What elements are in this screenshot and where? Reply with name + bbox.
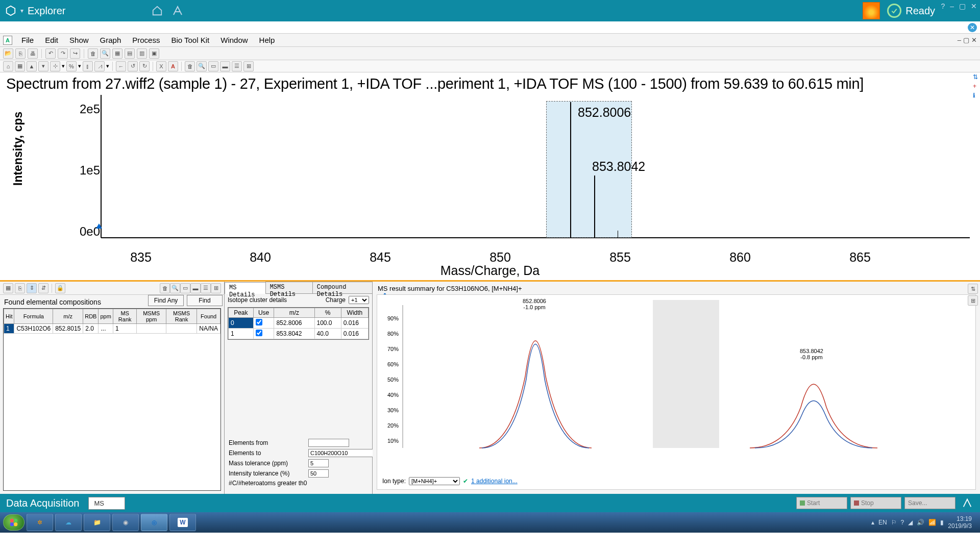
- window1-icon[interactable]: ▭: [208, 61, 218, 71]
- menu-show[interactable]: Show: [64, 35, 94, 45]
- collapse-icon[interactable]: ⇵: [38, 283, 48, 293]
- forward-icon[interactable]: ↪: [70, 48, 80, 59]
- status-thumbnail-icon[interactable]: [863, 2, 880, 19]
- taskbar-clock[interactable]: 13:19 2019/9/3: [948, 515, 972, 530]
- trash-icon[interactable]: 🗑: [185, 61, 195, 71]
- close-pane-icon[interactable]: ✕: [971, 36, 977, 44]
- tray-vol-icon[interactable]: 🔊: [917, 519, 924, 526]
- table-row[interactable]: 0 852.8006 100.0 0.016: [229, 318, 369, 329]
- tray-lang-icon[interactable]: EN: [878, 519, 887, 526]
- col-msrank[interactable]: MS Rank: [113, 309, 137, 324]
- col-hit[interactable]: Hit: [4, 309, 14, 324]
- win-d-icon[interactable]: ⊞: [211, 283, 221, 293]
- start-button-icon[interactable]: [3, 514, 24, 531]
- lock-icon[interactable]: 🔒: [55, 283, 65, 293]
- col-found[interactable]: Found: [197, 309, 220, 324]
- tray-bat-icon[interactable]: ▮: [940, 519, 944, 526]
- formula-icon[interactable]: A: [168, 61, 178, 71]
- taskbar-item[interactable]: 📁: [84, 514, 110, 531]
- expand-icon[interactable]: ⇕: [27, 283, 37, 293]
- peaks-icon[interactable]: ⩘: [94, 61, 105, 71]
- layout3-icon[interactable]: ▥: [137, 48, 147, 59]
- tab-msms-details[interactable]: MSMS Details: [265, 282, 313, 293]
- plus-icon[interactable]: +: [973, 83, 978, 90]
- table-row[interactable]: 1 C53H102O6 852.8015 2.0 ... 1 NA/NA: [4, 324, 220, 334]
- sciex-logo-icon[interactable]: [170, 4, 185, 18]
- menu-edit[interactable]: Edit: [40, 35, 63, 45]
- tray-net-icon[interactable]: ◢: [908, 519, 913, 526]
- col-msmsrank[interactable]: MSMS Rank: [166, 309, 197, 324]
- isotope-table[interactable]: Peak Use m/z % Width 0 852.8006 100.0 0.…: [228, 307, 369, 340]
- back-nav-icon[interactable]: ←: [116, 61, 126, 71]
- taskbar-item[interactable]: ☁: [55, 514, 82, 531]
- find-any-button[interactable]: Find Any: [148, 295, 184, 306]
- percent-icon[interactable]: %: [66, 61, 77, 71]
- menu-graph[interactable]: Graph: [95, 35, 127, 45]
- copy2-icon[interactable]: ⎘: [15, 283, 25, 293]
- taskbar-item[interactable]: ◉: [112, 514, 139, 531]
- minimize-pane-icon[interactable]: –: [958, 36, 961, 44]
- tab-compound-details[interactable]: Compound Details: [312, 282, 373, 293]
- start-button[interactable]: Start: [796, 497, 847, 509]
- menu-file[interactable]: File: [16, 35, 39, 45]
- mass-tol-input[interactable]: [308, 459, 329, 467]
- info-icon[interactable]: ℹ: [973, 92, 978, 99]
- restore-pane-icon[interactable]: ▢: [963, 36, 969, 44]
- minimize-icon[interactable]: –: [950, 2, 954, 10]
- delete-icon[interactable]: 🗑: [88, 48, 98, 59]
- menu-process[interactable]: Process: [127, 35, 165, 45]
- charge-select[interactable]: +1: [349, 296, 369, 304]
- table-row[interactable]: 1 853.8042 40.0 0.016: [229, 329, 369, 339]
- win-a-icon[interactable]: ▭: [180, 283, 190, 293]
- peak-up-icon[interactable]: ▲: [27, 61, 37, 71]
- col-ppm[interactable]: ppm: [99, 309, 113, 324]
- threshold-icon[interactable]: ⊹: [50, 61, 60, 71]
- zoom2-icon[interactable]: 🔍: [170, 283, 180, 293]
- search-icon[interactable]: 🔍: [197, 61, 207, 71]
- int-tol-input[interactable]: [308, 469, 329, 478]
- xic-icon[interactable]: X: [156, 61, 166, 71]
- win-b-icon[interactable]: ▬: [190, 283, 201, 293]
- elements-from-input[interactable]: [308, 439, 349, 447]
- window2-icon[interactable]: ▬: [220, 61, 230, 71]
- spectrum-plot[interactable]: Intensity, cps Mass/Charge, Da 2e5 1e5 0…: [5, 94, 975, 279]
- help-icon[interactable]: ?: [941, 2, 945, 10]
- link2-icon[interactable]: ⇅: [968, 284, 978, 294]
- col-formula[interactable]: Formula: [14, 309, 53, 324]
- taskbar-item[interactable]: ✲: [27, 514, 53, 531]
- elements-to-input[interactable]: [308, 449, 375, 457]
- grid-icon[interactable]: ▦: [3, 283, 13, 293]
- close-document-icon[interactable]: ✕: [968, 23, 977, 32]
- use-checkbox[interactable]: [256, 319, 262, 325]
- layout4-icon[interactable]: ▣: [149, 48, 159, 59]
- menu-window[interactable]: Window: [215, 35, 253, 45]
- expand2-icon[interactable]: ⊞: [968, 295, 978, 306]
- fwd2-nav-icon[interactable]: ↻: [139, 61, 150, 71]
- link-pane-icon[interactable]: ⇅: [973, 73, 978, 81]
- layout1-icon[interactable]: ▦: [112, 48, 122, 59]
- col-mz[interactable]: m/z: [53, 309, 83, 324]
- col-msmsppm[interactable]: MSMS ppm: [137, 309, 166, 324]
- marker-triangle-icon[interactable]: [96, 223, 102, 229]
- col-rdb[interactable]: RDB: [83, 309, 99, 324]
- menu-biotoolkit[interactable]: Bio Tool Kit: [166, 35, 214, 45]
- fwd-nav-icon[interactable]: ↺: [128, 61, 138, 71]
- ion-type-select[interactable]: [M+NH4]+: [409, 477, 460, 485]
- layout2-icon[interactable]: ▤: [125, 48, 135, 59]
- isotope-comparison-plot[interactable]: 90% 80% 70% 60% 50% 40% 30% 20% 10% 852.…: [377, 294, 976, 490]
- home-plot-icon[interactable]: ⌂: [3, 61, 13, 71]
- table-icon[interactable]: ▦: [15, 61, 25, 71]
- close-icon[interactable]: ✕: [971, 2, 977, 10]
- undo-icon[interactable]: ↶: [45, 48, 56, 59]
- find-button[interactable]: Find: [187, 295, 223, 306]
- menu-help[interactable]: Help: [254, 35, 280, 45]
- tray-sig-icon[interactable]: 📶: [928, 519, 936, 526]
- save-button[interactable]: Save...: [904, 497, 955, 509]
- home-icon[interactable]: [150, 4, 164, 18]
- additional-ion-link[interactable]: 1 additional ion...: [471, 478, 518, 485]
- open-icon[interactable]: 📂: [3, 48, 13, 59]
- window4-icon[interactable]: ⊞: [243, 61, 254, 71]
- window3-icon[interactable]: ☰: [232, 61, 242, 71]
- tray-icon[interactable]: ▴: [871, 519, 874, 526]
- tab-ms-details[interactable]: MS Details: [225, 282, 266, 294]
